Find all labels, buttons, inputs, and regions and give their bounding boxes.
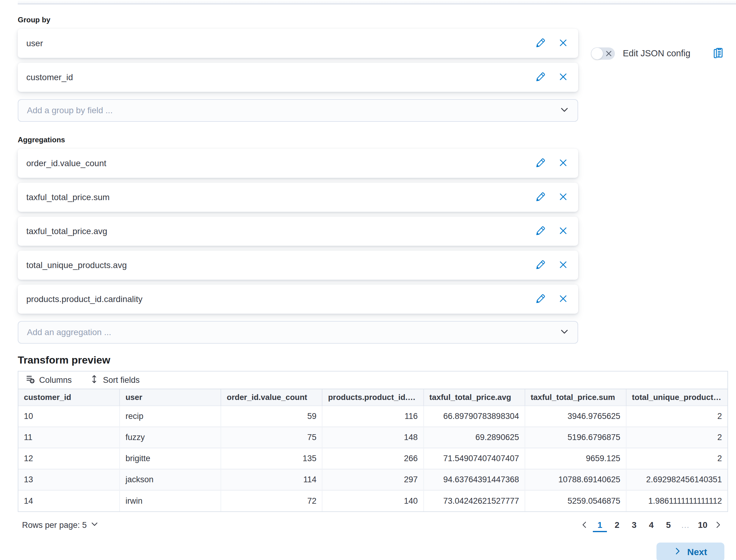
table-cell: 14 xyxy=(18,490,120,511)
chevron-right-icon xyxy=(674,547,682,557)
edit-field-button[interactable] xyxy=(536,260,545,270)
add-group-by-combobox[interactable]: Add a group by field ... xyxy=(18,99,578,122)
table-cell: 5259.0546875 xyxy=(525,490,626,511)
sort-fields-button-label: Sort fields xyxy=(103,375,140,385)
next-step-button-label: Next xyxy=(687,547,707,557)
table-row: 14irwin7214073.042426215277775259.054687… xyxy=(18,490,727,511)
table-row: 11fuzzy7514869.28906255196.67968752 xyxy=(18,427,727,448)
table-cell: 116 xyxy=(322,406,423,427)
table-cell: 2 xyxy=(626,427,727,448)
field-card: taxful_total_price.avg xyxy=(18,217,578,246)
page-button-3[interactable]: 3 xyxy=(627,518,641,532)
toggle-off-x-icon xyxy=(606,50,612,58)
next-page-button[interactable] xyxy=(713,521,724,530)
table-cell: 114 xyxy=(221,469,322,490)
pencil-icon xyxy=(536,38,545,48)
cross-icon xyxy=(558,192,568,202)
remove-field-button[interactable] xyxy=(558,294,568,304)
page-button-5[interactable]: 5 xyxy=(661,518,675,532)
cross-icon xyxy=(558,294,568,304)
table-footer: Rows per page: 5 12345…10 xyxy=(18,518,728,532)
table-cell: fuzzy xyxy=(120,427,221,448)
wizard-actions: Next xyxy=(18,543,724,560)
clipboard-icon xyxy=(712,47,724,60)
table-cell: 148 xyxy=(322,427,423,448)
page-button-10[interactable]: 10 xyxy=(696,518,710,532)
table-cell: 2 xyxy=(626,448,727,469)
table-cell: 266 xyxy=(322,448,423,469)
cross-icon xyxy=(558,226,568,236)
edit-json-toggle[interactable] xyxy=(591,47,615,60)
group-by-list: user customer_id xyxy=(18,29,736,92)
columns-button[interactable]: Columns xyxy=(26,375,72,386)
table-cell: 72 xyxy=(221,490,322,511)
double-arrow-icon xyxy=(90,375,99,386)
edit-field-button[interactable] xyxy=(536,192,545,202)
copy-config-button[interactable] xyxy=(712,47,724,60)
field-card-label: total_unique_products.avg xyxy=(26,260,536,270)
toggle-knob xyxy=(591,48,603,59)
edit-field-button[interactable] xyxy=(536,72,545,82)
remove-field-button[interactable] xyxy=(558,72,568,82)
cross-icon xyxy=(558,38,568,48)
table-cell: 66.89790783898304 xyxy=(424,406,525,427)
next-step-button[interactable]: Next xyxy=(656,543,724,560)
edit-field-button[interactable] xyxy=(536,158,545,168)
field-card-actions xyxy=(536,260,570,270)
previous-page-button[interactable] xyxy=(579,521,590,530)
page-button-4[interactable]: 4 xyxy=(644,518,658,532)
field-card-actions xyxy=(536,158,570,168)
table-cell: 1.9861111111111112 xyxy=(626,490,727,511)
edit-field-button[interactable] xyxy=(536,226,545,236)
table-cell: 73.04242621527777 xyxy=(424,490,525,511)
field-card: total_unique_products.avg xyxy=(18,251,578,280)
column-header: taxful_total_price.avg xyxy=(424,389,525,406)
field-card: order_id.value_count xyxy=(18,149,578,178)
column-header: order_id.value_count xyxy=(221,389,322,406)
rows-per-page-button[interactable]: Rows per page: 5 xyxy=(18,520,99,530)
table-row: 13jackson11429794.6376439144736810788.69… xyxy=(18,469,727,490)
remove-field-button[interactable] xyxy=(558,260,568,270)
remove-field-button[interactable] xyxy=(558,158,568,168)
columns-button-label: Columns xyxy=(39,375,72,385)
remove-field-button[interactable] xyxy=(558,226,568,236)
field-card: customer_id xyxy=(18,63,578,92)
group-by-label: Group by xyxy=(18,15,736,24)
table-cell: 10788.69140625 xyxy=(525,469,626,490)
table-cell: 2.692982456140351 xyxy=(626,469,727,490)
table-cell: 2 xyxy=(626,406,727,427)
pencil-icon xyxy=(536,72,545,82)
transform-preview-table-panel: Columns Sort fields customer_iduserorder… xyxy=(18,371,728,512)
add-aggregation-placeholder: Add an aggregation ... xyxy=(27,327,560,337)
table-cell: 94.63764391447368 xyxy=(424,469,525,490)
pencil-icon xyxy=(536,158,545,168)
sort-fields-button[interactable]: Sort fields xyxy=(90,375,140,386)
edit-field-button[interactable] xyxy=(536,38,545,48)
table-cell: 5196.6796875 xyxy=(525,427,626,448)
column-header: user xyxy=(120,389,221,406)
page-button-2[interactable]: 2 xyxy=(610,518,624,532)
transform-preview-title: Transform preview xyxy=(18,354,736,366)
table-cell: 140 xyxy=(322,490,423,511)
pencil-icon xyxy=(536,226,545,236)
table-cell: recip xyxy=(120,406,221,427)
table-cell: 3946.9765625 xyxy=(525,406,626,427)
table-cell: brigitte xyxy=(120,448,221,469)
list-add-icon xyxy=(26,375,35,386)
column-header: customer_id xyxy=(18,389,120,406)
rows-per-page-label: Rows per page: 5 xyxy=(22,521,87,530)
field-card-label: products.product_id.cardinality xyxy=(26,294,536,304)
page-button-1[interactable]: 1 xyxy=(593,518,607,532)
edit-field-button[interactable] xyxy=(536,294,545,304)
table-cell: 59 xyxy=(221,406,322,427)
chevron-down-icon xyxy=(560,327,569,338)
add-aggregation-combobox[interactable]: Add an aggregation ... xyxy=(18,321,578,344)
remove-field-button[interactable] xyxy=(558,38,568,48)
field-card-actions xyxy=(536,38,570,48)
remove-field-button[interactable] xyxy=(558,192,568,202)
table-cell: 9659.125 xyxy=(525,448,626,469)
chevron-left-icon xyxy=(580,521,588,530)
field-card-label: order_id.value_count xyxy=(26,159,536,168)
chevron-right-icon xyxy=(714,521,723,530)
chevron-down-icon xyxy=(560,105,569,116)
